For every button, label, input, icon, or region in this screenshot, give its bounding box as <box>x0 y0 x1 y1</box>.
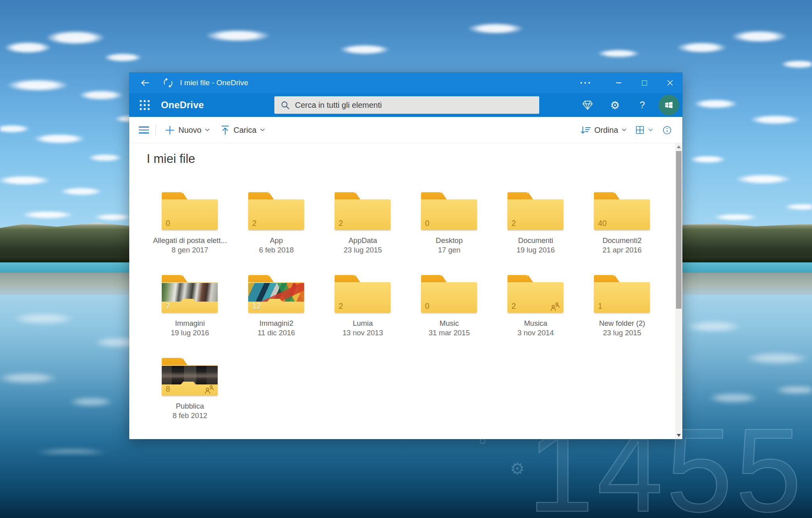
folder-body <box>335 199 391 230</box>
folder-tab <box>594 275 615 283</box>
menu-button[interactable] <box>139 117 149 143</box>
folder-tab-slant <box>615 192 620 200</box>
settings-button[interactable]: ⚙ <box>606 96 624 114</box>
folder-tab-slant <box>269 192 274 200</box>
folder-tab <box>421 192 442 200</box>
folder-name: App <box>233 236 320 245</box>
folder-tile[interactable]: 7 Immagini 19 lug 2016 <box>147 275 233 358</box>
folder-date: 31 mar 2015 <box>406 329 492 337</box>
folder-date: 3 nov 2014 <box>492 329 579 337</box>
folder-icon: 1 <box>594 275 650 313</box>
grid-view-icon <box>635 125 645 135</box>
folder-tab <box>421 275 442 283</box>
app-launcher-icon <box>139 99 151 111</box>
folder-tile[interactable]: 2 Documenti 19 lug 2016 <box>492 192 579 275</box>
app-header: OneDrive ⚙ ? <box>129 93 682 117</box>
title-bar: I miei file - OneDrive <box>129 73 682 93</box>
folder-tile[interactable]: 0 Allegati di posta elett... 8 gen 2017 <box>147 192 233 275</box>
folder-tab <box>162 358 182 366</box>
folder-date: 6 feb 2018 <box>233 246 320 254</box>
view-layout-button[interactable] <box>635 117 653 143</box>
folder-tab-slant <box>442 275 447 283</box>
app-name: OneDrive <box>161 93 204 117</box>
shared-people-icon <box>204 384 214 394</box>
sync-button[interactable] <box>158 73 178 93</box>
search-box[interactable] <box>274 96 539 114</box>
minimize-button[interactable] <box>608 73 629 93</box>
folder-body <box>162 199 218 230</box>
folder-item-count: 40 <box>598 219 607 228</box>
windows-logo-icon <box>664 100 674 110</box>
back-button[interactable] <box>135 73 155 93</box>
info-button[interactable] <box>662 117 672 143</box>
premium-button[interactable] <box>578 96 597 114</box>
folder-tile[interactable]: 40 Documenti2 21 apr 2016 <box>579 192 665 275</box>
folder-name: Musica <box>492 319 579 328</box>
folder-item-count: 2 <box>339 219 343 228</box>
scrollbar-up-icon[interactable] <box>677 145 681 148</box>
watermark-gear-icon: ⚙ <box>510 459 525 478</box>
close-button[interactable] <box>660 73 680 93</box>
folder-tab-slant <box>615 275 620 283</box>
folder-tile[interactable]: 2 App 6 feb 2018 <box>233 192 320 275</box>
help-button[interactable]: ? <box>633 96 651 114</box>
app-launcher-button[interactable] <box>138 98 151 112</box>
folder-tab <box>248 192 269 200</box>
folder-item-count: 2 <box>511 302 516 311</box>
folder-icon: 0 <box>421 192 477 230</box>
folder-icon: 40 <box>594 192 650 230</box>
folder-icon: 12 <box>248 275 304 313</box>
folder-name: Documenti2 <box>579 236 665 245</box>
folder-tile[interactable]: 0 Desktop 17 gen <box>406 192 492 275</box>
folder-tile[interactable]: 12 Immagini2 11 dic 2016 <box>233 275 320 358</box>
folder-date: 8 feb 2012 <box>147 411 233 420</box>
folder-tile[interactable]: 2 AppData 23 lug 2015 <box>320 192 406 275</box>
scrollbar-thumb[interactable] <box>676 151 682 309</box>
folder-date: 13 nov 2013 <box>320 329 406 337</box>
folder-icon: 2 <box>335 275 391 313</box>
upload-icon <box>220 125 230 135</box>
new-button[interactable]: Nuovo <box>165 117 210 143</box>
folder-item-count: 8 <box>166 384 170 394</box>
folder-tile[interactable]: 0 Music 31 mar 2015 <box>406 275 492 358</box>
folder-icon: 0 <box>162 192 218 230</box>
folder-tile[interactable]: 8 Pubblica 8 feb 2012 <box>147 358 233 439</box>
folder-name: Immagini <box>147 319 233 328</box>
folder-tab-slant <box>269 275 274 283</box>
folder-front-strip <box>162 302 218 313</box>
folder-date: 23 lug 2015 <box>320 246 406 254</box>
folder-icon: 0 <box>421 275 477 313</box>
folder-name: New folder (2) <box>579 319 665 328</box>
folder-name: Pubblica <box>147 402 233 411</box>
minimize-icon <box>616 82 621 83</box>
folder-item-count: 7 <box>166 302 170 311</box>
maximize-button[interactable] <box>634 73 655 93</box>
folder-tab <box>162 192 182 200</box>
folder-icon: 2 <box>508 192 563 230</box>
vertical-scrollbar[interactable] <box>675 143 682 439</box>
folder-tab-slant <box>528 275 534 283</box>
maximize-icon <box>642 80 647 86</box>
sort-button[interactable]: Ordina <box>580 117 626 143</box>
folder-name: Lumia <box>320 319 406 328</box>
diamond-icon <box>582 99 594 111</box>
folder-tab <box>248 275 269 283</box>
folder-tab-slant <box>182 192 188 200</box>
account-avatar[interactable] <box>659 95 679 115</box>
more-button[interactable] <box>575 73 596 93</box>
search-input[interactable] <box>274 96 539 114</box>
folder-tile[interactable]: 1 New folder (2) 23 lug 2015 <box>579 275 665 358</box>
folder-thumbnail <box>162 366 218 384</box>
folder-body <box>508 199 563 230</box>
folder-tile[interactable]: 2 Musica 3 nov 2014 <box>492 275 579 358</box>
folder-tile[interactable]: 2 Lumia 13 nov 2013 <box>320 275 406 358</box>
upload-button[interactable]: Carica <box>220 117 265 143</box>
folder-name: Immagini2 <box>233 319 320 328</box>
folder-item-count: 12 <box>252 302 261 311</box>
folder-tab <box>335 192 355 200</box>
folder-tab <box>162 275 182 283</box>
sort-label: Ordina <box>594 126 618 135</box>
folder-thumbnail <box>162 283 218 302</box>
folder-date: 23 lug 2015 <box>579 329 665 337</box>
scrollbar-down-icon[interactable] <box>677 434 681 437</box>
